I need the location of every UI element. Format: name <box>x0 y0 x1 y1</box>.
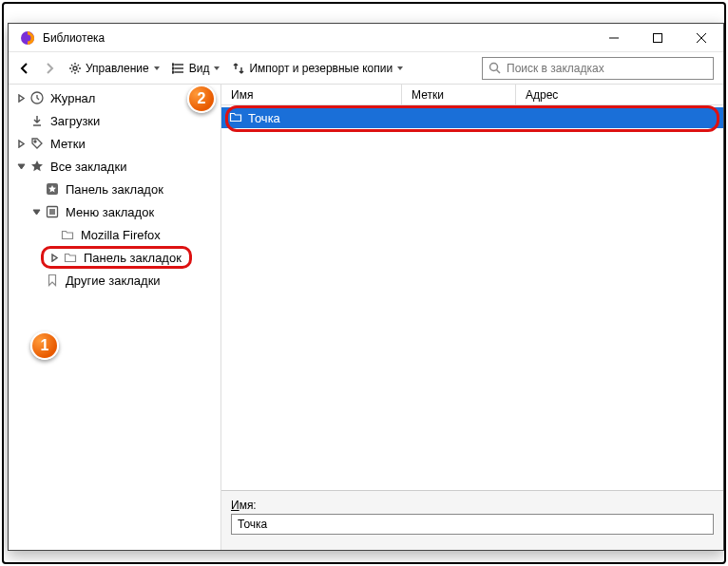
name-input[interactable] <box>231 514 714 535</box>
titlebar: Библиотека <box>9 24 723 52</box>
window-title: Библиотека <box>43 31 592 45</box>
organize-label: Управление <box>86 62 149 75</box>
tree-item-bookmarks-toolbar-2[interactable]: Панель закладок <box>9 246 220 269</box>
tree-label: Журнал <box>50 91 95 105</box>
list-icon <box>171 61 186 76</box>
tree-item-downloads[interactable]: Загрузки <box>9 109 220 132</box>
close-button[interactable] <box>680 24 723 52</box>
download-icon <box>29 113 45 128</box>
tree-label: Панель закладок <box>66 182 163 197</box>
import-icon <box>231 61 246 76</box>
folder-icon <box>63 250 78 265</box>
annotation-badge-2: 2 <box>187 85 216 113</box>
tree-item-bookmarks-toolbar[interactable]: Панель закладок <box>9 178 220 200</box>
gear-icon <box>67 61 83 76</box>
svg-point-12 <box>172 71 174 73</box>
column-headers: Имя Метки Адрес <box>221 85 723 105</box>
back-button[interactable] <box>14 58 35 79</box>
svg-line-14 <box>497 70 501 74</box>
folder-icon <box>229 110 242 126</box>
svg-point-1 <box>25 34 31 41</box>
svg-rect-3 <box>654 33 662 42</box>
column-name[interactable]: Имя <box>221 85 402 104</box>
toolbar: Управление Вид Импорт и резервные копии <box>9 52 723 85</box>
annotation-badge-1: 1 <box>30 331 59 360</box>
minimize-button[interactable] <box>592 24 636 52</box>
name-label: Имя: <box>231 499 714 512</box>
content-panel: Имя Метки Адрес Точка Имя: <box>221 85 723 550</box>
organize-button[interactable]: Управление <box>64 57 163 80</box>
tree-label: Все закладки <box>50 160 126 174</box>
tree-label: Метки <box>50 137 86 151</box>
tree-label: Другие закладки <box>66 274 161 288</box>
tree-item-all-bookmarks[interactable]: Все закладки <box>9 155 220 178</box>
tree-item-bookmarks-menu[interactable]: Меню закладок <box>9 200 220 223</box>
svg-point-10 <box>172 64 174 66</box>
sidebar-tree: Журнал Загрузки Метки Все закладки <box>9 85 221 550</box>
bookmark-icon <box>45 273 60 288</box>
views-button[interactable]: Вид <box>167 57 224 80</box>
menu-icon <box>45 204 60 219</box>
forward-button[interactable] <box>39 58 60 79</box>
views-label: Вид <box>189 62 210 75</box>
library-window: Библиотека Управление Вид Импорт и резер… <box>8 23 724 551</box>
search-input[interactable] <box>507 62 707 75</box>
svg-point-6 <box>73 66 77 70</box>
star-icon <box>29 159 45 174</box>
tree-label: Панель закладок <box>84 251 182 265</box>
column-tags[interactable]: Метки <box>402 85 516 104</box>
svg-point-16 <box>34 141 36 142</box>
tree-label: Меню закладок <box>66 205 154 219</box>
search-box[interactable] <box>482 57 714 80</box>
details-panel: Имя: <box>221 490 723 550</box>
svg-point-13 <box>490 64 498 71</box>
import-backup-button[interactable]: Импорт и резервные копии <box>227 57 407 80</box>
tree-label: Mozilla Firefox <box>81 228 161 242</box>
tree-item-tags[interactable]: Метки <box>9 132 220 155</box>
column-address[interactable]: Адрес <box>516 85 723 104</box>
tree-item-other-bookmarks[interactable]: Другие закладки <box>9 269 220 292</box>
toolbar-star-icon <box>45 181 60 197</box>
svg-point-11 <box>172 67 174 69</box>
bookmark-list: Точка <box>221 105 723 490</box>
list-item[interactable]: Точка <box>221 107 723 128</box>
import-label: Импорт и резервные копии <box>249 62 393 75</box>
maximize-button[interactable] <box>636 24 680 52</box>
row-label: Точка <box>248 111 280 125</box>
tree-label: Загрузки <box>50 114 100 128</box>
folder-icon <box>60 227 75 242</box>
tree-item-mozilla-firefox[interactable]: Mozilla Firefox <box>9 223 220 246</box>
search-icon <box>489 62 501 74</box>
firefox-icon <box>20 30 35 46</box>
tag-icon <box>29 136 45 151</box>
clock-icon <box>29 90 45 105</box>
